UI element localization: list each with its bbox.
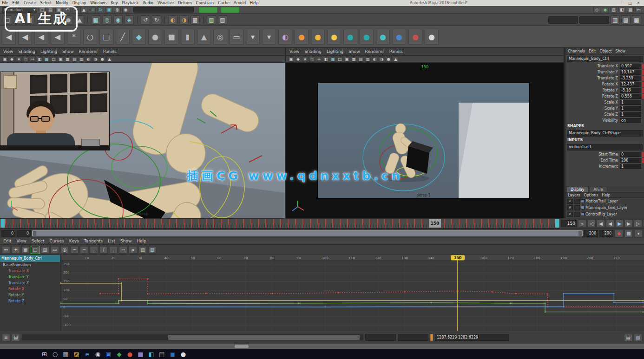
material-teal2-icon[interactable]: ● [360,29,374,45]
channel-value-field[interactable]: 0 [620,152,641,157]
app-icon-8[interactable]: ◼ [168,350,177,359]
vp-right-menu-show[interactable]: Show [348,49,360,54]
grid-display-icon[interactable]: ▦ [330,56,336,62]
app-icon-6[interactable]: ◧ [147,350,156,359]
graph-outliner-item[interactable]: Rotate Y [0,292,60,298]
timeline-selection-end[interactable] [555,219,559,228]
material-aqua-icon[interactable]: ● [376,29,390,45]
graph-menu-keys[interactable]: Keys [69,239,79,243]
viewport-right-canvas[interactable]: 150 [286,63,564,218]
range-slider[interactable] [32,230,583,236]
snap-to-curve-icon[interactable]: ◎ [102,15,112,25]
layer-menu-layers[interactable]: Layers [568,193,580,197]
app-icon-7[interactable]: ▤ [158,350,166,359]
keyframe-dot[interactable] [515,293,517,294]
tool-settings-toggle-icon[interactable]: ▦ [632,15,641,25]
layer-display-type-toggle[interactable] [574,212,580,217]
viewport-left-canvas[interactable]: persp [0,63,285,218]
attribute-editor-toggle-icon[interactable]: ▤ [621,15,631,25]
keyframe-dot[interactable] [643,300,644,301]
app-icon-3[interactable]: ◆ [115,350,124,359]
auto-tangent-icon[interactable]: ~ [70,246,79,254]
channel-value-field[interactable]: -5.18 [620,88,641,93]
layer-display-type-toggle[interactable] [574,199,580,204]
graph-outliner-selected-node[interactable]: Mannequin_Body_Ctrl [0,255,60,262]
material-orange-icon[interactable]: ● [295,29,309,45]
vp-left-menu-lighting[interactable]: Lighting [40,49,57,54]
menu-cache[interactable]: Cache [218,1,230,5]
resolution-gate-icon[interactable]: ▣ [58,56,64,62]
current-time-field[interactable]: 150 [561,220,577,227]
channel-value-field[interactable]: on [620,118,641,123]
keyframe-dot[interactable] [643,311,644,313]
menu-constrain[interactable]: Constrain [196,1,214,5]
render-settings-icon[interactable]: ▩ [191,15,200,25]
channelbox-toggle-icon[interactable]: ▥ [611,15,620,25]
shape-node-row[interactable]: Mannequin_Body_CtrlShape [567,130,643,137]
channel-box-menu-object[interactable]: Object [600,49,612,53]
menu-help[interactable]: Help [250,1,258,5]
region-select-tool-icon[interactable]: □ [31,246,39,254]
keyframe-dot[interactable] [118,293,119,294]
vp-left-menu-shading[interactable]: Shading [18,49,35,54]
keyframe-dot[interactable] [563,306,565,307]
anti-alias-icon[interactable]: ▲ [106,56,112,62]
symmetry-icon[interactable]: ◇ [593,7,600,13]
file-explorer-icon[interactable]: ▨ [72,350,81,359]
camera-lock-icon[interactable]: ◆ [9,56,15,62]
graph-outliner-item[interactable]: Rotate Z [0,298,60,304]
step-forward-frame-button[interactable]: ▷ [634,220,642,227]
keyframe-dot[interactable] [121,282,122,284]
channel-row[interactable]: Scale Y1 [565,105,644,111]
graph-outliner-item[interactable]: Translate X [0,268,60,274]
buffer-curve-snapshot-icon[interactable]: ▧ [138,246,147,254]
keyframe-dot[interactable] [147,294,149,295]
lighting-icon[interactable]: ◐ [85,56,92,62]
snap-to-point-icon[interactable]: ◉ [113,15,123,25]
material-blue-icon[interactable]: ● [392,29,406,45]
channel-row[interactable]: Visibilityon [565,117,644,124]
keyframe-dot[interactable] [147,303,149,305]
material-amber-icon[interactable]: ● [311,29,325,45]
keyframe-dot[interactable] [298,302,300,304]
xray-icon[interactable]: ▥ [610,7,617,13]
graph-menu-help[interactable]: Help [137,239,146,243]
camera-bookmark-icon[interactable]: ★ [302,56,308,62]
playback-start-field[interactable]: 0 [17,230,31,237]
isolate-select-icon[interactable]: ◧ [618,7,625,13]
keyframe-dot[interactable] [613,302,615,303]
keyframe-dot[interactable] [205,293,207,294]
step-forward-key-button[interactable]: ▶ [624,220,633,227]
channel-row[interactable]: Rotate Z0.556 [565,93,644,99]
app-icon-2[interactable]: ▣ [104,350,113,359]
keyframe-dot[interactable] [643,306,644,307]
material-yellow-icon[interactable]: ● [327,29,341,45]
safe-action-icon[interactable]: ▥ [79,56,85,62]
spline-tangent-icon[interactable]: ~ [80,246,88,254]
vp-right-menu-lighting[interactable]: Lighting [327,49,343,54]
layer-menu-help[interactable]: Help [602,193,610,197]
channel-value-field[interactable]: 0.597 [620,64,641,69]
channel-row[interactable]: Scale X1 [565,99,644,105]
graph-editor-plot[interactable]: 1020304050607080901001101201301401501601… [60,255,644,331]
absolute-transform-field[interactable] [548,16,578,24]
layer-row[interactable]: VMannequin_Geo_Layer [565,204,644,211]
flat-tangent-icon[interactable]: - [109,246,118,254]
lighting-icon[interactable]: ◐ [372,56,378,62]
construction-history-icon[interactable]: ↻ [152,15,161,25]
image-plane-icon[interactable]: ▭ [23,56,29,62]
keyframe-dot[interactable] [510,302,512,304]
menu-display[interactable]: Display [72,1,86,5]
stats-frame-field[interactable] [365,334,396,341]
vp-left-menu-renderer[interactable]: Renderer [79,49,98,54]
ge-list-toggle-icon[interactable]: ≡ [2,334,10,341]
graph-menu-select[interactable]: Select [32,239,45,243]
move-tool-icon[interactable]: + [89,7,96,13]
keyframe-dot[interactable] [118,302,119,304]
camera-select-icon[interactable]: ▣ [288,56,294,62]
2d-pan-zoom-icon[interactable]: ↔ [30,56,36,62]
graph-menu-show[interactable]: Show [120,239,131,243]
poly-torus-icon[interactable]: ◎ [213,29,227,45]
browser-icon[interactable]: e [83,350,92,359]
camera-bookmark-icon[interactable]: ★ [16,56,22,62]
